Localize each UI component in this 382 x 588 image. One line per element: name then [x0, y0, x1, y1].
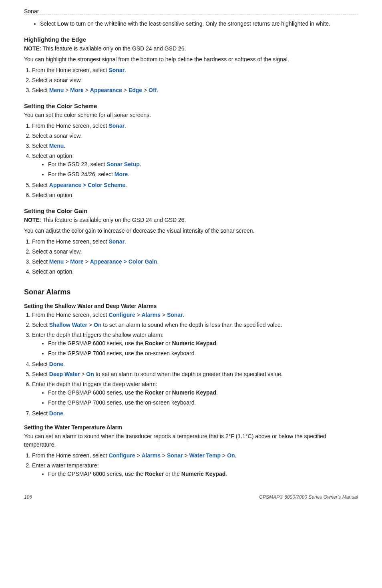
option-item: For the GSD 24/26, select More.	[48, 170, 358, 179]
major-section-sonar-alarms: Sonar Alarms	[24, 288, 358, 296]
step: From the Home screen, select Sonar.	[32, 238, 358, 246]
option-item: For the GPSMAP 7000 series, use the on-s…	[48, 399, 358, 407]
step: Select Menu.	[32, 142, 358, 150]
step: Select a sonar view.	[32, 132, 358, 140]
section-water-temp-alarm: Setting the Water Temperature Alarm You …	[24, 424, 358, 478]
shallow-deep-steps: From the Home screen, select Configure >…	[32, 311, 358, 418]
deep-water-link: Deep Water	[49, 371, 80, 377]
numeric-keypad-bold: Numeric Keypad	[172, 340, 216, 346]
section-color-gain: Setting the Color Gain NOTE: This featur…	[24, 207, 358, 276]
step: Select an option.	[32, 268, 358, 276]
menu-link: Menu	[49, 87, 64, 93]
configure-link: Configure	[109, 312, 135, 318]
step: Select a sonar view.	[32, 248, 358, 256]
more-link: More	[70, 258, 83, 265]
sonar-alarms-heading: Sonar Alarms	[24, 288, 358, 296]
step: Select Done.	[32, 360, 358, 369]
highlighting-edge-heading: Highlighting the Edge	[24, 36, 358, 43]
option-item: For the GPSMAP 6000 series, use the Rock…	[48, 339, 358, 348]
page-number: 106	[24, 494, 32, 500]
step: From the Home screen, select Sonar.	[32, 122, 358, 130]
section-color-scheme: Setting the Color Scheme You can set the…	[24, 103, 358, 199]
page-header: Sonar	[24, 8, 358, 15]
step: Select an option: For the GSD 22, select…	[32, 152, 358, 179]
manual-title: GPSMAP® 6000/7000 Series Owner's Manual	[259, 494, 358, 500]
water-temp-heading: Setting the Water Temperature Alarm	[24, 424, 358, 431]
step: Enter a water temperature: For the GPSMA…	[32, 461, 358, 478]
sonar-link: Sonar	[109, 238, 125, 245]
step: Select Done.	[32, 409, 358, 418]
page-footer: 106 GPSMAP® 6000/7000 Series Owner's Man…	[24, 494, 358, 500]
step: Select an option.	[32, 191, 358, 199]
low-bullet-item: Select Low to turn on the whiteline with…	[40, 20, 358, 28]
shallow-deep-heading: Setting the Shallow Water and Deep Water…	[24, 303, 358, 309]
numeric-keypad-bold: Numeric Keypad	[172, 389, 216, 396]
sonar-link: Sonar	[167, 452, 183, 459]
step: Select a sonar view.	[32, 76, 358, 85]
step: From the Home screen, select Configure >…	[32, 311, 358, 319]
step: Select Menu > More > Appearance > Edge >…	[32, 86, 358, 95]
numeric-keypad-bold: Numeric Keypad	[181, 471, 225, 477]
color-gain-heading: Setting the Color Gain	[24, 207, 358, 214]
step: Select Shallow Water > On to set an alar…	[32, 321, 358, 329]
low-bold: Low	[57, 20, 68, 27]
step: From the Home screen, select Configure >…	[32, 451, 358, 460]
color-scheme-heading: Setting the Color Scheme	[24, 103, 358, 109]
off-link: Off	[149, 87, 157, 93]
shallow-water-options: For the GPSMAP 6000 series, use the Rock…	[48, 339, 358, 358]
highlighting-edge-note: NOTE: This feature is available only on …	[24, 44, 358, 53]
rocker-bold: Rocker	[145, 389, 164, 396]
on-link: On	[86, 371, 94, 377]
color-gain-para: You can adjust the color gain to increas…	[24, 227, 358, 235]
shallow-water-link: Shallow Water	[49, 322, 87, 328]
configure-link: Configure	[109, 452, 135, 459]
low-bullet-list: Select Low to turn on the whiteline with…	[40, 20, 358, 28]
done-link: Done	[49, 410, 63, 417]
sonar-link: Sonar	[109, 67, 125, 73]
sonar-setup-link: Sonar Setup	[107, 161, 139, 167]
header-divider	[24, 14, 358, 15]
color-gain-steps: From the Home screen, select Sonar. Sele…	[32, 238, 358, 276]
rocker-bold: Rocker	[145, 471, 164, 477]
appearance-color-link: Appearance > Color Scheme	[49, 182, 125, 188]
on-link: On	[94, 322, 101, 328]
water-temp-options: For the GPSMAP 6000 series, use the Rock…	[48, 470, 358, 478]
sonar-link: Sonar	[167, 312, 183, 318]
deep-water-options: For the GPSMAP 6000 series, use the Rock…	[48, 389, 358, 407]
more-link: More	[70, 87, 83, 93]
menu-link: Menu.	[49, 143, 65, 149]
header-label: Sonar	[24, 8, 39, 14]
color-gain-note: NOTE: This feature is available only on …	[24, 216, 358, 224]
section-shallow-deep-alarms: Setting the Shallow Water and Deep Water…	[24, 303, 358, 418]
alarms-link: Alarms	[141, 312, 160, 318]
step: Select Appearance > Color Scheme.	[32, 181, 358, 189]
water-temp-para: You can set an alarm to sound when the t…	[24, 432, 358, 449]
color-scheme-steps: From the Home screen, select Sonar. Sele…	[32, 122, 358, 199]
step: From the Home screen, select Sonar.	[32, 66, 358, 75]
on-link: On	[227, 452, 235, 459]
step: Select Menu > More > Appearance > Color …	[32, 258, 358, 266]
edge-link: Edge	[129, 87, 142, 93]
option-item: For the GPSMAP 6000 series, use the Rock…	[48, 389, 358, 397]
menu-link: Menu	[49, 258, 64, 265]
color-scheme-para: You can set the color scheme for all son…	[24, 111, 358, 119]
option-item: For the GPSMAP 7000 series, use the on-s…	[48, 349, 358, 358]
water-temp-link: Water Temp	[189, 452, 221, 459]
appearance-link: Appearance	[90, 87, 122, 93]
option-item: For the GPSMAP 6000 series, use the Rock…	[48, 470, 358, 478]
sonar-link: Sonar	[109, 123, 125, 129]
done-link: Done	[49, 361, 63, 367]
alarms-link: Alarms	[141, 452, 160, 459]
highlighting-edge-steps: From the Home screen, select Sonar. Sele…	[32, 66, 358, 95]
step: Select Deep Water > On to set an alarm t…	[32, 370, 358, 379]
option-item: For the GSD 22, select Sonar Setup.	[48, 160, 358, 169]
water-temp-steps: From the Home screen, select Configure >…	[32, 451, 358, 478]
step: Enter the depth that triggers the deep w…	[32, 380, 358, 407]
more-link: More	[115, 171, 128, 177]
rocker-bold: Rocker	[145, 340, 164, 346]
step: Enter the depth that triggers the shallo…	[32, 331, 358, 358]
section-highlighting-edge: Highlighting the Edge NOTE: This feature…	[24, 36, 358, 95]
color-scheme-options: For the GSD 22, select Sonar Setup. For …	[48, 160, 358, 179]
highlighting-edge-para: You can highlight the strongest signal f…	[24, 55, 358, 64]
appearance-colorgain-link: Appearance > Color Gain	[90, 258, 157, 265]
